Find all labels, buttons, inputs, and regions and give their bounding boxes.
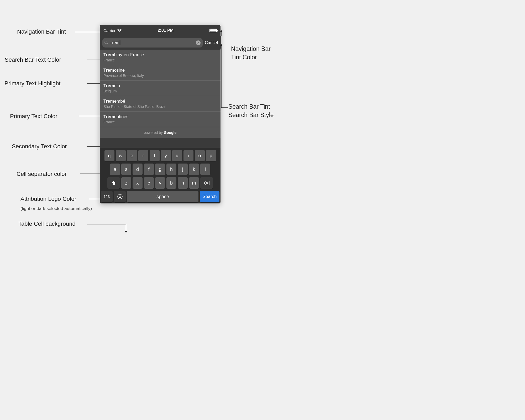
result-secondary-0: France — [103, 58, 217, 62]
annotation-attribution-logo: Attribution Logo Color — [20, 196, 76, 202]
cursor — [120, 40, 120, 45]
key-m[interactable]: m — [189, 177, 199, 189]
key-c[interactable]: c — [144, 177, 154, 189]
key-g[interactable]: g — [155, 164, 165, 175]
annotation-attribution-note: (light or dark selected automatically) — [20, 206, 92, 211]
result-primary-4: Trémentines — [103, 114, 217, 119]
result-secondary-4: France — [103, 120, 217, 124]
table-cell-background — [100, 138, 220, 148]
annotation-nav-bar-tint: Navigation Bar Tint — [17, 28, 66, 35]
key-r[interactable]: r — [138, 150, 148, 161]
shift-key[interactable] — [107, 177, 120, 189]
phone-container: Carrier 2:01 PM — [100, 25, 220, 203]
annotation-primary-text-color: Primary Text Color — [10, 113, 57, 120]
key-d[interactable]: d — [133, 164, 143, 175]
result-secondary-2: Belgium — [103, 89, 217, 93]
key-k[interactable]: k — [189, 164, 199, 175]
annotation-search-bar-text-color: Search Bar Text Color — [5, 56, 61, 63]
annotation-primary-text-highlight: Primary Text Highlight — [4, 80, 61, 87]
key-o[interactable]: o — [195, 150, 205, 161]
result-rest-0: blay-en-France — [114, 52, 144, 57]
key-a[interactable]: a — [110, 164, 120, 175]
search-input-value: Trem — [110, 40, 119, 45]
result-rest-4: entines — [114, 114, 129, 119]
key-h[interactable]: h — [166, 164, 176, 175]
key-e[interactable]: e — [127, 150, 137, 161]
result-primary-1: Tremosine — [103, 68, 217, 73]
svg-line-32 — [107, 43, 108, 44]
phone-screen: Carrier 2:01 PM — [100, 25, 220, 203]
annotation-table-cell-bg: Table Cell background — [18, 220, 76, 227]
key-f[interactable]: f — [144, 164, 154, 175]
attribution-text: powered by — [144, 130, 164, 135]
keyboard: q w e r t y u i o p a s d f g h j k — [100, 148, 220, 203]
annotation-secondary-text-color: Secondary Text Color — [12, 143, 67, 150]
result-primary-2: Tremelo — [103, 83, 217, 88]
key-z[interactable]: z — [121, 177, 131, 189]
keyboard-row-3: z x c v b n m — [101, 177, 219, 189]
space-key[interactable]: space — [127, 191, 198, 202]
result-primary-3: Tremembé — [103, 99, 217, 104]
status-right — [209, 29, 217, 32]
attribution-google: Google — [164, 130, 176, 135]
result-secondary-3: São Paulo - State of São Paulo, Brazil — [103, 104, 217, 109]
result-item-2[interactable]: Tremelo Belgium — [100, 81, 220, 96]
battery-icon — [209, 29, 217, 32]
svg-marker-30 — [220, 44, 222, 46]
result-highlight-1: Trem — [103, 68, 114, 73]
svg-marker-27 — [220, 30, 222, 32]
key-t[interactable]: t — [150, 150, 160, 161]
keyboard-row-1: q w e r t y u i o p — [101, 150, 219, 161]
cancel-button[interactable]: Cancel — [205, 40, 218, 45]
svg-point-37 — [119, 196, 119, 196]
result-highlight-4: Trém — [103, 114, 114, 119]
search-key[interactable]: Search — [200, 191, 219, 202]
key-y[interactable]: y — [161, 150, 171, 161]
annotation-nav-bar-tint-color: Navigation BarTint Color — [231, 45, 271, 61]
svg-point-36 — [118, 194, 122, 199]
key-w[interactable]: w — [116, 150, 126, 161]
key-123[interactable]: 123 — [101, 191, 113, 202]
key-q[interactable]: q — [104, 150, 114, 161]
keyboard-row-2: a s d f g h j k l — [101, 164, 219, 175]
keyboard-bottom-row: 123 space Search — [101, 191, 219, 202]
status-bar: Carrier 2:01 PM — [100, 25, 220, 36]
key-n[interactable]: n — [178, 177, 188, 189]
result-highlight-3: Trem — [103, 99, 114, 104]
search-icon — [104, 41, 108, 45]
result-rest-2: elo — [114, 83, 120, 88]
result-item-3[interactable]: Tremembé São Paulo - State of São Paulo,… — [100, 96, 220, 112]
key-l[interactable]: l — [200, 164, 210, 175]
clear-button[interactable]: ✕ — [196, 40, 201, 45]
key-x[interactable]: x — [133, 177, 143, 189]
status-left: Carrier — [103, 28, 122, 33]
search-bar[interactable]: Trem ✕ Cancel — [100, 36, 220, 50]
result-item-0[interactable]: Tremblay-en-France France — [100, 50, 220, 65]
result-item-1[interactable]: Tremosine Province of Brescia, Italy — [100, 65, 220, 81]
result-primary-0: Tremblay-en-France — [103, 52, 217, 57]
key-b[interactable]: b — [166, 177, 176, 189]
emoji-key[interactable] — [114, 191, 126, 202]
result-rest-3: embé — [114, 99, 125, 104]
result-secondary-1: Province of Brescia, Italy — [103, 74, 217, 78]
key-s[interactable]: s — [121, 164, 131, 175]
search-input-text: Trem — [110, 40, 194, 45]
key-u[interactable]: u — [172, 150, 182, 161]
carrier-label: Carrier — [103, 28, 116, 33]
results-list: Tremblay-en-France France Tremosine Prov… — [100, 50, 220, 138]
key-i[interactable]: i — [183, 150, 193, 161]
svg-marker-33 — [112, 181, 116, 185]
result-item-4[interactable]: Trémentines France — [100, 112, 220, 127]
backspace-key[interactable] — [200, 177, 213, 189]
svg-point-38 — [120, 196, 121, 196]
annotation-cell-separator: Cell separator color — [17, 171, 67, 177]
result-highlight-2: Trem — [103, 83, 114, 88]
status-time: 2:01 PM — [158, 28, 174, 33]
key-j[interactable]: j — [178, 164, 188, 175]
search-input-container[interactable]: Trem ✕ — [102, 38, 203, 48]
result-rest-1: osine — [114, 68, 125, 73]
key-v[interactable]: v — [155, 177, 165, 189]
key-p[interactable]: p — [206, 150, 216, 161]
svg-point-31 — [105, 41, 107, 43]
wifi-icon — [117, 28, 122, 33]
